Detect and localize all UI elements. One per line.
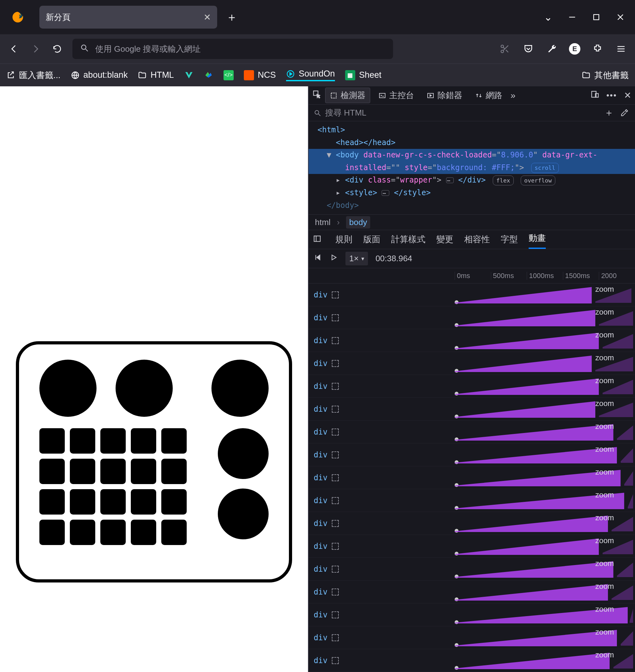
dom-tree[interactable]: <html> <head></head> ▼ <body data-new-gr… <box>309 121 635 214</box>
anim-shape[interactable] <box>455 401 595 418</box>
highlight-node-icon[interactable] <box>332 451 339 458</box>
keyframe-dot[interactable] <box>455 506 458 510</box>
keyframe-dot[interactable] <box>455 529 458 533</box>
maximize-icon[interactable] <box>592 13 601 22</box>
bookmark-v-icon[interactable] <box>184 70 194 80</box>
animation-row[interactable]: divzoom <box>309 649 635 672</box>
keyframe-dot[interactable] <box>455 483 458 487</box>
highlight-node-icon[interactable] <box>332 314 339 321</box>
bookmark-sheet[interactable]: ▦ Sheet <box>345 70 381 80</box>
highlight-node-icon[interactable] <box>332 657 339 664</box>
keyframe-dot[interactable] <box>455 666 458 670</box>
keyframe-dot[interactable] <box>455 460 458 464</box>
keyframe-dot[interactable] <box>455 323 458 327</box>
close-icon[interactable]: ✕ <box>203 12 211 23</box>
keyframe-dot[interactable] <box>455 369 458 373</box>
forward-button[interactable] <box>29 43 42 55</box>
subtab-animations[interactable]: 動畫 <box>529 232 546 249</box>
animation-row[interactable]: divzoom <box>309 444 635 466</box>
bookmark-html[interactable]: HTML <box>138 70 174 80</box>
animation-row[interactable]: divzoom <box>309 581 635 603</box>
highlight-node-icon[interactable] <box>332 337 339 344</box>
kebab-icon[interactable]: ••• <box>607 90 617 100</box>
highlight-node-icon[interactable] <box>332 291 339 298</box>
reload-button[interactable] <box>51 43 64 55</box>
back-button[interactable] <box>8 43 20 55</box>
anim-speed-select[interactable]: 1× ▾ <box>346 252 368 265</box>
anim-shape[interactable] <box>455 516 608 532</box>
tabs-dropdown-icon[interactable]: ⌄ <box>544 11 552 23</box>
keyframe-dot[interactable] <box>455 438 458 441</box>
highlight-node-icon[interactable] <box>332 360 339 367</box>
anim-shape[interactable] <box>455 310 595 326</box>
subtab-layout[interactable]: 版面 <box>363 233 380 249</box>
animation-row[interactable]: divzoom <box>309 284 635 306</box>
anim-play-icon[interactable] <box>330 253 338 264</box>
animation-row[interactable]: divzoom <box>309 558 635 581</box>
bookmark-import[interactable]: 匯入書籤... <box>6 69 61 81</box>
highlight-node-icon[interactable] <box>332 634 339 641</box>
keyframe-dot[interactable] <box>455 346 458 350</box>
highlight-node-icon[interactable] <box>332 611 339 618</box>
highlight-node-icon[interactable] <box>332 406 339 413</box>
dom-breadcrumb[interactable]: html › body <box>309 214 635 230</box>
animation-row[interactable]: divzoom <box>309 626 635 649</box>
bookmark-about-blank[interactable]: about:blank <box>71 70 128 80</box>
anim-rewind-icon[interactable] <box>314 253 322 264</box>
tab-debugger[interactable]: 除錯器 <box>422 88 467 103</box>
highlight-node-icon[interactable] <box>332 520 339 527</box>
animation-row[interactable]: divzoom <box>309 512 635 535</box>
dom-search-placeholder[interactable]: 搜尋 HTML <box>325 107 366 118</box>
anim-shape[interactable] <box>455 378 599 395</box>
subtab-changes[interactable]: 變更 <box>436 233 453 249</box>
keyframe-dot[interactable] <box>455 575 458 578</box>
eyedropper-icon[interactable] <box>618 109 630 117</box>
animation-row[interactable]: divzoom <box>309 421 635 444</box>
anim-shape[interactable] <box>455 561 613 578</box>
bookmark-code-icon[interactable]: </> <box>223 70 234 80</box>
animation-row[interactable]: divzoom <box>309 329 635 352</box>
keyframe-dot[interactable] <box>455 552 458 556</box>
subtab-rules[interactable]: 規則 <box>335 233 352 249</box>
bookmark-color-icon[interactable] <box>204 70 213 80</box>
animation-row[interactable]: divzoom <box>309 535 635 558</box>
keyframe-dot[interactable] <box>455 392 458 396</box>
keyframe-dot[interactable] <box>455 643 458 647</box>
crumb-body[interactable]: body <box>346 216 370 228</box>
devtools-close-icon[interactable]: ✕ <box>624 90 631 100</box>
animation-row[interactable]: divzoom <box>309 306 635 329</box>
extensions-icon[interactable] <box>591 43 604 55</box>
url-bar[interactable]: 使用 Google 搜尋或輸入網址 <box>72 39 393 59</box>
subtab-compat[interactable]: 相容性 <box>464 233 490 249</box>
animation-row[interactable]: divzoom <box>309 489 635 512</box>
overflow-icon[interactable]: » <box>510 90 516 100</box>
tab-console[interactable]: 主控台 <box>374 88 418 103</box>
animation-row[interactable]: divzoom <box>309 352 635 375</box>
minimize-icon[interactable] <box>568 13 576 22</box>
highlight-node-icon[interactable] <box>332 588 339 596</box>
anim-shape[interactable] <box>455 424 613 441</box>
window-close-icon[interactable] <box>616 13 625 22</box>
subtab-computed[interactable]: 計算樣式 <box>391 233 425 249</box>
menu-icon[interactable] <box>615 43 627 55</box>
animation-row[interactable]: divzoom <box>309 603 635 626</box>
animation-row[interactable]: divzoom <box>309 466 635 489</box>
highlight-node-icon[interactable] <box>332 497 339 504</box>
pick-element-icon[interactable] <box>312 90 321 101</box>
tab-network[interactable]: 網路 <box>470 88 507 103</box>
scissors-icon[interactable] <box>499 43 511 55</box>
keyframe-dot[interactable] <box>455 598 458 601</box>
pocket-icon[interactable] <box>522 43 535 55</box>
bookmark-other[interactable]: 其他書籤 <box>582 69 629 81</box>
anim-shape[interactable] <box>455 584 608 601</box>
subtab-fonts[interactable]: 字型 <box>501 233 518 249</box>
animation-row[interactable]: divzoom <box>309 375 635 398</box>
browser-tab[interactable]: 新分頁 ✕ <box>39 6 217 28</box>
anim-shape[interactable] <box>455 356 592 372</box>
highlight-node-icon[interactable] <box>332 566 339 573</box>
extension-badge[interactable]: E <box>569 43 581 54</box>
tab-inspector[interactable]: 檢測器 <box>325 88 370 103</box>
highlight-node-icon[interactable] <box>332 474 339 481</box>
add-node-icon[interactable]: ＋ <box>603 106 615 119</box>
bookmark-ncs[interactable]: NCS <box>244 70 276 80</box>
